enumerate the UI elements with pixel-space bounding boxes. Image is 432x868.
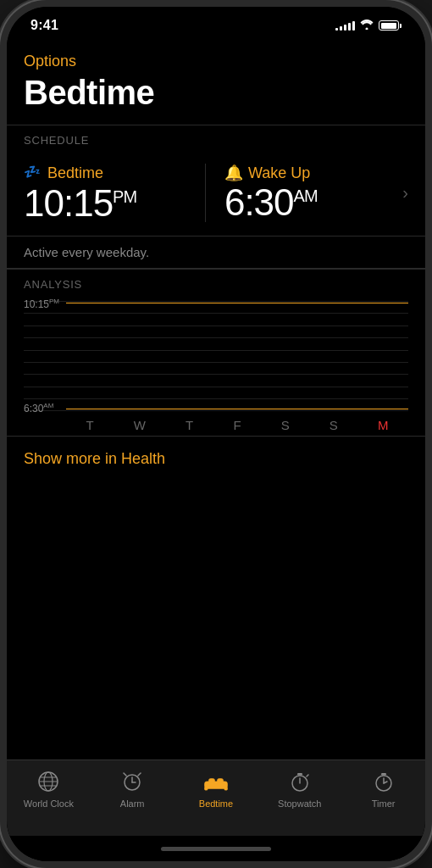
battery-icon <box>379 20 402 31</box>
show-more-link[interactable]: Show more in Health <box>24 450 165 467</box>
home-bar <box>161 847 271 851</box>
svg-rect-13 <box>218 779 224 783</box>
analysis-label: ANALYSIS <box>7 269 425 298</box>
day-M: M <box>378 418 389 432</box>
svg-rect-14 <box>205 787 208 790</box>
day-T2: T <box>186 418 193 432</box>
svg-rect-12 <box>209 779 215 783</box>
bedtime-tab-label: Bedtime <box>199 798 233 809</box>
home-indicator <box>7 836 425 861</box>
day-W: W <box>134 418 146 432</box>
svg-text:💤: 💤 <box>24 164 41 179</box>
wakeup-chart-line <box>66 409 408 409</box>
world-clock-icon <box>36 769 61 794</box>
tab-bedtime[interactable]: Bedtime <box>182 769 250 809</box>
bedtime-chart-line <box>66 303 408 303</box>
svg-rect-11 <box>205 782 228 788</box>
schedule-row: 💤 Bedtime 10:15PM 🔔 Wake <box>24 164 408 222</box>
alarm-label: Alarm <box>120 798 145 809</box>
tab-bar: World Clock Alarm <box>7 760 425 836</box>
wakeup-label: Wake Up <box>248 164 310 182</box>
bedtime-icon: 💤 <box>24 164 42 183</box>
svg-rect-18 <box>297 773 302 776</box>
chart-container: 10:15PM 6:30AM T W T F S S <box>24 301 408 436</box>
page-title: Bedtime <box>24 74 408 112</box>
day-T1: T <box>86 418 94 432</box>
bedtime-label: Bedtime <box>47 164 103 182</box>
tab-world-clock[interactable]: World Clock <box>14 769 82 809</box>
svg-line-9 <box>124 773 126 776</box>
wifi-icon <box>360 19 374 32</box>
chart-area: 10:15PM 6:30AM <box>24 301 408 411</box>
world-clock-label: World Clock <box>24 798 74 809</box>
chart-bedtime-label: 10:15PM <box>24 298 59 310</box>
day-F: F <box>233 418 241 432</box>
chart-wakeup-label: 6:30AM <box>24 402 53 415</box>
svg-rect-15 <box>224 787 227 790</box>
stopwatch-label: Stopwatch <box>278 798 321 809</box>
days-row: T W T F S S M <box>24 411 408 436</box>
signal-icon <box>335 20 355 31</box>
phone-screen: 9:41 <box>7 7 425 861</box>
analysis-section: 10:15PM 6:30AM T W T F S S <box>7 298 425 436</box>
active-text: Active every weekday. <box>7 236 425 269</box>
bedtime-time: 10:15PM <box>24 185 197 222</box>
svg-line-10 <box>138 773 141 776</box>
spacer <box>7 476 425 760</box>
schedule-divider <box>205 164 206 222</box>
screen-content: Options Bedtime SCHEDULE 💤 Bedtime <box>7 44 425 861</box>
wakeup-time: 6:30AM <box>224 184 397 221</box>
chart-grid <box>24 301 408 411</box>
timer-icon <box>371 769 396 794</box>
tab-stopwatch[interactable]: Stopwatch <box>266 769 334 809</box>
tab-timer[interactable]: Timer <box>350 769 418 809</box>
bedtime-tab-icon <box>203 769 229 794</box>
show-more-section: Show more in Health <box>7 436 425 476</box>
bedtime-item[interactable]: 💤 Bedtime 10:15PM <box>24 164 197 222</box>
alarm-icon <box>119 769 145 794</box>
wakeup-icon: 🔔 <box>224 164 243 182</box>
status-time: 9:41 <box>30 18 58 33</box>
day-S1: S <box>281 418 290 432</box>
notch <box>157 14 275 37</box>
stopwatch-icon <box>287 769 313 794</box>
tab-alarm[interactable]: Alarm <box>98 769 166 809</box>
day-S2: S <box>330 418 338 432</box>
timer-label: Timer <box>372 798 396 809</box>
schedule-arrow: › <box>402 183 408 203</box>
header: Options Bedtime <box>7 44 425 125</box>
wakeup-item[interactable]: 🔔 Wake Up 6:30AM <box>214 164 397 221</box>
svg-line-19 <box>307 775 308 776</box>
svg-rect-23 <box>381 773 386 776</box>
schedule-label: SCHEDULE <box>7 125 425 153</box>
status-icons <box>335 19 402 32</box>
schedule-block: 💤 Bedtime 10:15PM 🔔 Wake <box>7 153 425 236</box>
options-link[interactable]: Options <box>24 53 408 70</box>
phone-frame: 9:41 <box>0 0 432 868</box>
